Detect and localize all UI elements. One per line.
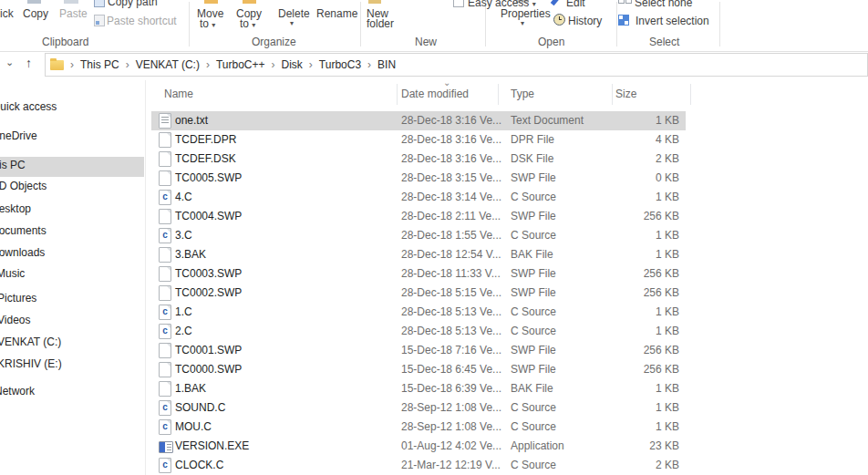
table-row[interactable]: TC0001.SWP 15-Dec-18 7:16 Ve... SWP File… (151, 341, 686, 360)
breadcrumb-item-disk[interactable]: Disk (282, 58, 303, 71)
file-type: C Source (511, 305, 556, 318)
table-row[interactable]: TCDEF.DPR 28-Dec-18 3:16 Ve... DPR File … (151, 130, 686, 150)
file-date: 28-Dec-18 3:16 Ve... (401, 133, 501, 146)
delete-button[interactable]: Delete (278, 7, 310, 20)
file-size: 2 KB (584, 152, 679, 165)
copy-button[interactable]: Copy (23, 7, 48, 20)
new-folder-icon (368, 0, 381, 4)
table-row[interactable]: one.txt 28-Dec-18 3:16 Ve... Text Docume… (151, 111, 686, 130)
file-date: 28-Dec-18 5:15 Ve... (401, 286, 501, 299)
file-icon (159, 381, 171, 397)
table-row[interactable]: 1.C 28-Dec-18 5:13 Ve... C Source 1 KB (151, 303, 686, 322)
file-type: SWP File (511, 171, 556, 184)
table-row[interactable]: TCDEF.DSK 28-Dec-18 3:16 Ve... DSK File … (151, 150, 686, 169)
sidebar-item-quick-access[interactable]: Quick access (0, 100, 57, 113)
file-size: 4 KB (584, 133, 679, 146)
column-header-size[interactable]: Size (615, 88, 636, 100)
copy-path-button[interactable]: Copy path (108, 0, 158, 8)
copy-to-button-line2[interactable]: to ▾ (240, 17, 255, 30)
move-to-button-line2[interactable]: to ▾ (200, 17, 215, 30)
table-row[interactable]: MOU.C 28-Sep-12 1:08 Ve... C Source 1 KB (151, 418, 686, 437)
table-row[interactable]: TC0000.SWP 15-Dec-18 6:45 Ve... SWP File… (151, 360, 686, 379)
file-date: 15-Dec-18 7:16 Ve... (401, 344, 501, 356)
sidebar-item-onedrive[interactable]: OneDrive (0, 129, 37, 142)
table-row[interactable]: SOUND.C 28-Sep-12 1:08 Ve... C Source 1 … (151, 398, 686, 418)
breadcrumb-item-this-pc[interactable]: This PC (80, 58, 119, 71)
table-row[interactable]: VERSION.EXE 01-Aug-12 4:02 Ve... Applica… (151, 437, 686, 456)
file-date: 28-Sep-12 1:08 Ve... (401, 420, 501, 433)
sidebar-item-this-pc[interactable]: This PC (0, 159, 26, 171)
paste-shortcut-icon (94, 15, 105, 26)
table-row[interactable]: 3.C 28-Dec-18 1:55 Ve... C Source 1 KB (151, 226, 686, 245)
column-header-name[interactable]: Name (164, 88, 193, 100)
column-header-type[interactable]: Type (511, 88, 534, 100)
sidebar-item-music[interactable]: Music (0, 267, 25, 280)
file-size: 256 KB (584, 267, 679, 280)
select-none-button[interactable]: Select none (635, 0, 692, 9)
move-to-icon (204, 0, 218, 4)
table-row[interactable]: TC0005.SWP 28-Dec-18 3:15 Ve... SWP File… (151, 169, 686, 188)
file-type: SWP File (511, 344, 556, 356)
delete-dropdown-arrow-icon[interactable]: ▾ (290, 19, 294, 27)
file-name: TC0001.SWP (175, 344, 242, 356)
file-date: 28-Dec-18 3:16 Ve... (401, 152, 501, 165)
history-button[interactable]: History (568, 15, 602, 27)
column-divider[interactable] (397, 84, 398, 105)
sidebar-item-documents[interactable]: Documents (0, 224, 46, 237)
table-row[interactable]: 2.C 28-Dec-18 5:13 Ve... C Source 1 KB (151, 322, 686, 341)
file-name: TC0004.SWP (175, 210, 242, 222)
pin-to-quick-access-button[interactable]: ick (0, 7, 14, 20)
breadcrumb-item-bin[interactable]: BIN (377, 58, 396, 71)
up-arrow-icon[interactable]: ↑ (26, 56, 32, 70)
table-row[interactable]: 1.BAK 15-Dec-18 6:39 Ve... BAK File 1 KB (151, 379, 686, 398)
properties-button[interactable]: Properties (501, 7, 551, 20)
copy-to-label: to (240, 17, 249, 30)
breadcrumb-item-venkat-c[interactable]: VENKAT (C:) (136, 58, 200, 71)
column-divider[interactable] (498, 84, 499, 105)
table-row[interactable]: 3.BAK 28-Dec-18 12:54 V... BAK File 1 KB (151, 245, 686, 264)
invert-selection-button[interactable]: Invert selection (636, 15, 709, 27)
table-row[interactable]: TC0004.SWP 28-Dec-18 2:11 Ve... SWP File… (151, 207, 686, 226)
file-name: TC0002.SWP (175, 286, 242, 299)
table-row[interactable]: 4.C 28-Dec-18 3:14 Ve... C Source 1 KB (151, 188, 686, 207)
rename-button[interactable]: Rename (316, 7, 357, 20)
table-row[interactable]: TC0003.SWP 28-Dec-18 11:33 V... SWP File… (151, 264, 686, 284)
sidebar-item-venkat-c[interactable]: VENKAT (C:) (0, 336, 61, 348)
file-size: 256 KB (584, 286, 679, 299)
breadcrumb-item-turboc[interactable]: TurboC++ (216, 58, 265, 71)
sidebar-item-network[interactable]: Network (0, 385, 35, 398)
file-name: 3.BAK (175, 248, 206, 261)
sidebar-item-videos[interactable]: Videos (0, 314, 30, 326)
file-name: VERSION.EXE (175, 439, 249, 452)
file-size: 256 KB (584, 210, 679, 222)
recent-locations-chevron-icon[interactable]: ⌄ (5, 57, 14, 68)
file-size: 1 KB (584, 325, 679, 337)
file-explorer-window: { "icons": { "menu_arrow": "▾", "dropdow… (0, 0, 868, 475)
file-name: one.txt (175, 114, 208, 127)
column-divider[interactable] (612, 84, 613, 105)
c-source-icon (159, 305, 171, 320)
column-divider[interactable] (690, 84, 691, 105)
sidebar-item-downloads[interactable]: Downloads (0, 246, 45, 259)
paste-button[interactable]: Paste (59, 7, 88, 20)
sidebar-item-krishiv-e[interactable]: KRISHIV (E:) (0, 357, 62, 370)
file-date: 15-Dec-18 6:45 Ve... (401, 363, 501, 376)
copy-to-icon (243, 0, 256, 4)
edit-button[interactable]: Edit (566, 0, 585, 9)
table-row[interactable]: TC0002.SWP 28-Dec-18 5:15 Ve... SWP File… (151, 284, 686, 303)
sidebar-item-pictures[interactable]: Pictures (0, 292, 36, 305)
file-icon (159, 285, 171, 301)
c-source-icon (159, 458, 171, 473)
new-folder-button-line2[interactable]: folder (367, 17, 394, 30)
table-row[interactable]: CLOCK.C 21-Mar-12 12:19 V... C Source 2 … (151, 456, 686, 475)
file-size: 256 KB (584, 363, 679, 376)
sidebar-item-3d-objects[interactable]: 3D Objects (0, 180, 46, 192)
file-icon (159, 170, 171, 186)
properties-dropdown-arrow-icon[interactable]: ▾ (521, 19, 524, 27)
breadcrumb-separator-icon: › (70, 58, 74, 71)
paste-icon (64, 0, 78, 4)
column-header-date-modified[interactable]: Date modified (401, 88, 469, 100)
paste-shortcut-button[interactable]: Paste shortcut (107, 15, 177, 27)
breadcrumb-item-turboc3[interactable]: TurboC3 (319, 58, 361, 71)
sidebar-item-desktop[interactable]: Desktop (0, 202, 31, 215)
